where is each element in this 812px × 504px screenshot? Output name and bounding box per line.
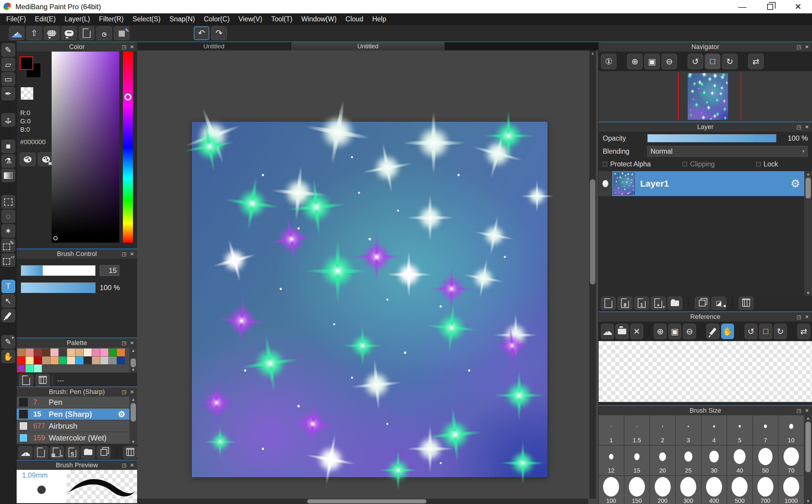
menu-item[interactable]: Help	[368, 15, 390, 24]
popout-icon[interactable]: ◳	[797, 408, 801, 414]
redo-button[interactable]: ↷	[211, 26, 227, 40]
brush-size-option[interactable]: 1	[599, 415, 624, 445]
select-eraser-tool[interactable]	[1, 253, 15, 267]
brush-size-option[interactable]: 1000	[778, 476, 804, 504]
operation-tool[interactable]: ↖	[1, 294, 15, 308]
zoom-out-button[interactable]: ⊖	[662, 54, 677, 69]
gradient-tool[interactable]	[1, 169, 15, 182]
palette-swatch[interactable]	[84, 349, 92, 356]
brush-add-bitmap-button[interactable]: ▾	[50, 446, 64, 459]
palette-add-color-button[interactable]	[19, 374, 33, 387]
brush-size-option[interactable]: 300	[676, 476, 701, 504]
rotate-left-button[interactable]: ↺	[688, 54, 703, 69]
reference-fit-button[interactable]: ▣	[668, 324, 681, 339]
palette-swatch[interactable]	[34, 365, 42, 372]
menu-item[interactable]: Cloud	[341, 15, 368, 24]
palette-swatch[interactable]	[67, 349, 75, 356]
brush-size-option[interactable]: 100	[599, 476, 624, 504]
brush-size-option[interactable]: 12	[599, 446, 624, 475]
brush-size-option[interactable]: 3	[676, 415, 701, 445]
palette-swatch[interactable]	[92, 349, 100, 356]
brush-list-scrollbar[interactable]: ▲▼	[129, 397, 137, 445]
undo-button[interactable]: ↶	[194, 26, 209, 40]
protect-alpha-checkbox[interactable]: Protect Alpha	[603, 160, 680, 168]
popout-icon[interactable]: ◳	[122, 44, 126, 50]
brush-cloud-download-button[interactable]: ☁↓	[18, 446, 32, 459]
brush-size-option[interactable]: 500	[727, 476, 752, 504]
brush-size-option[interactable]: 2	[650, 415, 675, 445]
document-tab[interactable]: Untitled	[137, 42, 290, 50]
brush-size-option[interactable]: 4	[702, 415, 727, 445]
brush-size-option[interactable]: 70	[778, 446, 804, 475]
popout-icon[interactable]: ◳	[122, 462, 126, 468]
navigator-preview[interactable]	[599, 71, 812, 122]
brush-size-option[interactable]: 400	[702, 476, 727, 504]
brush-size-option[interactable]: 1.5	[625, 415, 650, 445]
reference-cloud-button[interactable]: ☁↓	[601, 324, 614, 339]
blending-select[interactable]: Normal ▾	[647, 146, 808, 157]
palette-swatch[interactable]	[42, 357, 50, 364]
menu-item[interactable]: View(V)	[234, 15, 267, 24]
zoom-in-button[interactable]: ⊕	[627, 54, 643, 69]
brush-size-option[interactable]: 50	[753, 446, 778, 475]
close-icon[interactable]: ✕	[130, 462, 134, 468]
brush-duplicate-button[interactable]	[97, 446, 111, 459]
hue-cursor[interactable]	[124, 93, 131, 101]
panel-divide-tool[interactable]	[1, 335, 15, 349]
palette-swatch[interactable]	[117, 357, 125, 364]
brush-list-item[interactable]: 7 Pen	[17, 397, 129, 408]
menu-item[interactable]: Edit(E)	[30, 15, 60, 24]
menu-item[interactable]: Select(S)	[128, 15, 165, 24]
select-rect-tool[interactable]	[1, 195, 15, 209]
rotate-right-button[interactable]: ↻	[722, 54, 738, 69]
reference-open-button[interactable]	[616, 324, 628, 339]
reference-clear-button[interactable]: ✕	[630, 324, 643, 339]
popout-icon[interactable]: ◳	[797, 124, 801, 130]
select-pen-tool[interactable]	[1, 239, 15, 252]
palette-delete-color-button[interactable]	[36, 374, 50, 387]
popout-icon[interactable]: ◳	[122, 389, 126, 395]
popout-icon[interactable]: ◳	[797, 44, 801, 50]
close-icon[interactable]: ✕	[805, 124, 809, 130]
brush-add-script-button[interactable]: S	[66, 446, 80, 459]
layer-list-item[interactable]: Layer1 ⚙	[599, 171, 804, 196]
merge-layer-button[interactable]	[711, 297, 726, 310]
brush-size-option[interactable]: 200	[650, 476, 675, 504]
add-8bit-layer-button[interactable]: 8	[618, 297, 633, 310]
close-icon[interactable]: ✕	[805, 314, 809, 320]
fill-rect-tool[interactable]: ■	[1, 140, 15, 153]
material-edit-button[interactable]	[114, 26, 129, 40]
lasso-tool[interactable]: ◌	[1, 210, 15, 223]
palette-swatch[interactable]	[117, 349, 125, 356]
reference-flip-button[interactable]: ⇄	[797, 324, 810, 339]
cloud-sync-button[interactable]: ☁✓	[9, 26, 24, 40]
brush-size-option[interactable]: 5	[727, 415, 752, 445]
document-button[interactable]	[79, 26, 94, 40]
brush-size-scrollbar[interactable]: ▲▼	[804, 415, 812, 504]
close-icon[interactable]: ✕	[805, 408, 809, 414]
palette-swatch[interactable]	[100, 357, 108, 364]
sv-cursor[interactable]	[53, 236, 58, 240]
brush-size-option[interactable]: 25	[676, 446, 701, 475]
brush-opacity-slider[interactable]	[21, 282, 96, 293]
palette-swatch[interactable]	[17, 349, 25, 356]
export-button[interactable]: ⇧	[26, 26, 42, 40]
layer-opacity-slider[interactable]	[647, 134, 776, 142]
brush-delete-button[interactable]	[123, 446, 137, 459]
menu-item[interactable]: Layer(L)	[60, 15, 95, 24]
document-tab[interactable]: Untitled	[291, 42, 445, 50]
add-layer-button[interactable]	[601, 297, 616, 310]
layer-visibility-toggle[interactable]	[599, 171, 612, 196]
canvas-vertical-scrollbar[interactable]: ▲	[590, 50, 596, 499]
brush-size-option[interactable]: 150	[625, 476, 650, 504]
palette-swatch[interactable]	[92, 357, 100, 364]
menu-item[interactable]: File(F)	[2, 15, 30, 24]
palette-swatch[interactable]	[34, 357, 42, 364]
reference-reset-rotation-button[interactable]: □	[759, 324, 772, 339]
gear-icon[interactable]: ⚙	[118, 409, 129, 419]
fit-window-button[interactable]: ▣	[644, 54, 660, 69]
hand-tool[interactable]: ✋	[1, 350, 15, 363]
delete-layer-button[interactable]	[739, 297, 754, 310]
palette-swatch[interactable]	[100, 349, 108, 356]
palette-swatch[interactable]	[42, 349, 50, 356]
